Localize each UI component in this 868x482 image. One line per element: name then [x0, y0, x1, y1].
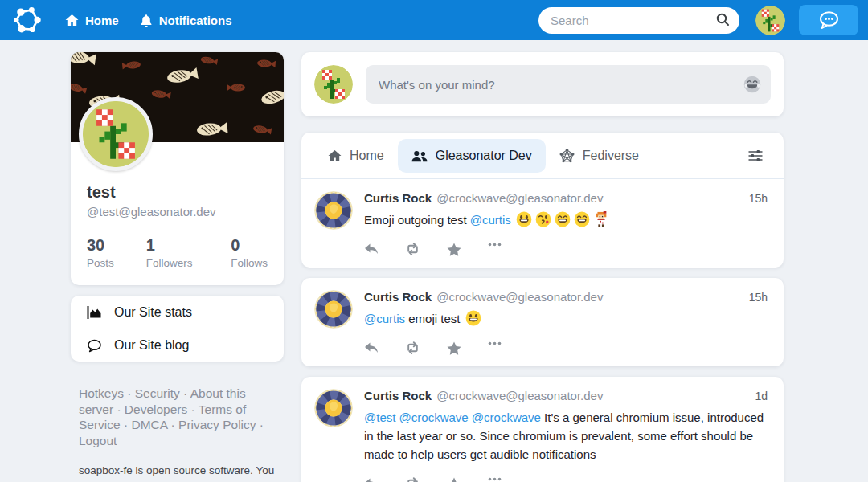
reply-button[interactable]: [364, 243, 379, 256]
star-icon: [447, 341, 461, 355]
footer-link-logout[interactable]: Logout: [79, 434, 117, 447]
navbar-search: [538, 7, 739, 34]
search-icon[interactable]: [715, 12, 730, 27]
repost-button[interactable]: [405, 243, 420, 256]
fediverse-icon: [559, 148, 575, 163]
tab-label: Home: [350, 149, 384, 163]
more-button[interactable]: [488, 341, 502, 355]
post-actions: [364, 341, 768, 355]
search-input[interactable]: [538, 7, 739, 34]
post-timestamp[interactable]: 1d: [755, 390, 768, 402]
star-icon: [447, 477, 461, 482]
profile-card: test @test@gleasonator.dev 30Posts1Follo…: [71, 52, 284, 285]
joy-gray-emoji: [743, 76, 761, 93]
post: Curtis Rock@crockwave@gleasonator.dev15h…: [301, 179, 784, 268]
about-text: soapbox-fe is open source software. You …: [79, 462, 281, 482]
navbar-avatar[interactable]: [755, 6, 785, 35]
nav-item-label: Notifications: [159, 14, 232, 27]
footer-link-developers[interactable]: Developers: [125, 402, 187, 416]
post-avatar[interactable]: [314, 191, 353, 230]
post-avatar[interactable]: [314, 290, 353, 329]
mention-link[interactable]: @crockwave: [472, 411, 541, 424]
grinning-face-emoji: [465, 310, 481, 326]
mention-link[interactable]: @curtis: [470, 213, 511, 227]
post-content: @test @crockwave @crockwave It's a gener…: [364, 408, 768, 464]
reply-button[interactable]: [364, 341, 379, 355]
post-author-name[interactable]: Curtis Rock: [364, 191, 432, 205]
area-chart-icon: [87, 306, 102, 319]
smiling-open-emoji: [574, 211, 590, 227]
post-author-handle: @crockwave@gleasonator.dev: [436, 290, 603, 304]
footer-link-privacy-policy[interactable]: Privacy Policy: [178, 418, 256, 431]
reply-button[interactable]: [364, 477, 379, 482]
gleasonator-logo[interactable]: [11, 4, 43, 36]
post-body: Curtis Rock@crockwave@gleasonator.dev15h…: [364, 191, 768, 256]
tab-label: Gleasonator Dev: [436, 149, 532, 163]
post-timestamp[interactable]: 15h: [749, 192, 768, 205]
post-author-handle: @crockwave@gleasonator.dev: [436, 191, 603, 205]
star-button[interactable]: [447, 341, 461, 355]
post: Curtis Rock@crockwave@gleasonator.dev1d@…: [301, 377, 784, 482]
star-button[interactable]: [447, 477, 461, 482]
post-author-name[interactable]: Curtis Rock: [364, 290, 432, 304]
stat-value: 30: [87, 236, 146, 255]
stat-label: Posts: [87, 257, 146, 269]
post-body: Curtis Rock@crockwave@gleasonator.dev15h…: [364, 290, 768, 355]
bell-icon: [140, 14, 153, 27]
repost-button[interactable]: [405, 341, 420, 355]
profile-avatar[interactable]: [79, 97, 153, 171]
profile-stat-follows[interactable]: 0Follows: [231, 236, 268, 269]
chat-button[interactable]: [799, 5, 858, 35]
nav-item-home[interactable]: Home: [55, 0, 129, 40]
post-content: @curtis emoji test: [364, 309, 768, 328]
site-link-our-site-stats[interactable]: Our Site stats: [71, 296, 284, 329]
nav-item-notifications[interactable]: Notifications: [129, 0, 243, 40]
home-icon: [65, 14, 79, 27]
pixel-sprite-emoji: [593, 211, 609, 227]
nav-item-label: Home: [85, 14, 119, 27]
stat-label: Follows: [231, 257, 268, 269]
emoji-picker-button[interactable]: [743, 76, 761, 93]
more-icon: [488, 341, 502, 355]
about-pre: soapbox-fe is open source software. You …: [79, 464, 274, 482]
tab-fediverse[interactable]: Fediverse: [546, 138, 653, 173]
status-card: Curtis Rock@crockwave@gleasonator.dev1d@…: [301, 377, 784, 482]
sliders-icon: [748, 149, 763, 162]
post-body: Curtis Rock@crockwave@gleasonator.dev1d@…: [364, 389, 768, 482]
profile-stat-posts[interactable]: 30Posts: [87, 236, 146, 269]
timeline-settings-button[interactable]: [745, 146, 766, 165]
site-link-our-site-blog[interactable]: Our Site blog: [71, 329, 284, 362]
profile-stats: 30Posts1Followers0Follows: [87, 236, 268, 269]
main-column: HomeGleasonator DevFediverse Curtis Rock…: [301, 52, 784, 482]
site-link-label: Our Site blog: [114, 338, 189, 353]
mention-link[interactable]: @curtis: [364, 312, 405, 325]
profile-display-name: test: [87, 183, 268, 202]
page-layout: test @test@gleasonator.dev 30Posts1Follo…: [71, 52, 868, 482]
repost-icon: [405, 243, 420, 256]
sidebar: test @test@gleasonator.dev 30Posts1Follo…: [71, 52, 284, 482]
footer-link-hotkeys[interactable]: Hotkeys: [79, 386, 124, 400]
tab-gleasonator-dev[interactable]: Gleasonator Dev: [398, 139, 546, 173]
stat-value: 1: [146, 236, 231, 255]
stat-label: Followers: [146, 257, 231, 269]
tab-home[interactable]: Home: [314, 139, 398, 173]
footer-link-dmca[interactable]: DMCA: [131, 418, 167, 431]
mention-link[interactable]: @test: [364, 411, 395, 424]
post-actions: [364, 477, 768, 482]
site-links-card: Our Site statsOur Site blog: [71, 296, 284, 362]
mention-link[interactable]: @crockwave: [399, 411, 469, 424]
grinning-face-emoji: [516, 211, 532, 227]
reply-icon: [364, 243, 379, 256]
composer-input[interactable]: [366, 65, 771, 104]
repost-button[interactable]: [405, 477, 420, 482]
repost-icon: [405, 477, 420, 482]
star-button[interactable]: [447, 243, 461, 256]
more-button[interactable]: [488, 243, 502, 256]
post-actions: [364, 243, 768, 256]
profile-stat-followers[interactable]: 1Followers: [146, 236, 231, 269]
post-timestamp[interactable]: 15h: [749, 291, 768, 304]
post-author-name[interactable]: Curtis Rock: [364, 389, 432, 402]
more-button[interactable]: [488, 477, 502, 482]
footer-link-security[interactable]: Security: [135, 386, 180, 400]
post-avatar[interactable]: [314, 389, 353, 427]
